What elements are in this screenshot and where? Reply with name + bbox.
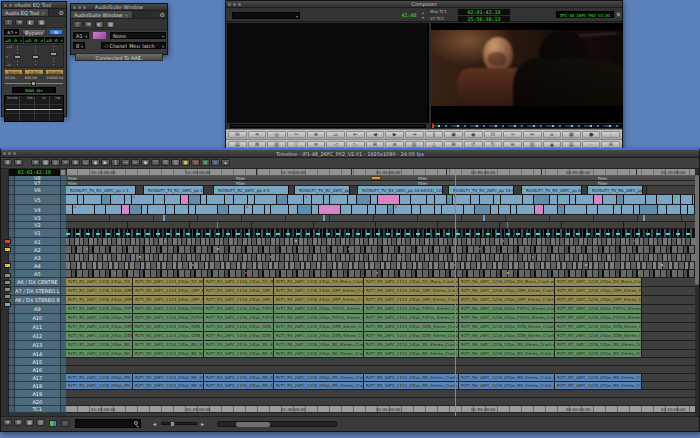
speaker-yellow-icon[interactable] bbox=[4, 263, 11, 268]
royalty-clip[interactable]: ROYALTY_TV_R1_26FC_pp 1-1 bbox=[66, 186, 136, 194]
timeline-grid-button[interactable]: ⊞ bbox=[14, 159, 23, 166]
menu-button[interactable]: ≡ bbox=[248, 131, 267, 138]
fast-menu-button[interactable]: ≡ bbox=[84, 21, 93, 28]
video-clip[interactable] bbox=[394, 205, 412, 214]
home-button[interactable]: ⌂ bbox=[543, 131, 562, 138]
menu-button[interactable]: ≡ bbox=[307, 141, 326, 148]
video-clip[interactable] bbox=[196, 205, 218, 214]
stem-clip[interactable]: RLTY_R2_26FC_1214_24fps_DZN_Stereo_Crash… bbox=[133, 323, 204, 331]
stem-clip[interactable]: RLTY_R4_26FC_1218_24fps_DX_Mono_Crash.wa… bbox=[274, 278, 364, 286]
mute-button-icon[interactable] bbox=[4, 280, 11, 285]
stem-clip[interactable]: RLTY_R2_26FC_1214_24fps_FXFOL_Stereo_Cra… bbox=[133, 305, 204, 313]
tracks-button[interactable]: ▥ bbox=[405, 141, 424, 148]
video-clip[interactable] bbox=[435, 195, 447, 204]
track-header-A1[interactable]: A1 bbox=[9, 238, 66, 246]
video-clip[interactable] bbox=[371, 195, 378, 204]
video-clip[interactable] bbox=[277, 195, 288, 204]
video-clip[interactable] bbox=[603, 195, 617, 204]
stem-clip[interactable]: RLTY_R5_26FC_1214_24fps_MX_Stereo_Crash.… bbox=[364, 382, 459, 389]
video-clip[interactable] bbox=[234, 195, 248, 204]
stem-clip[interactable]: RLTY_R4_26FC_1218_24fps_GRP_Stereo_Crash… bbox=[274, 287, 364, 295]
track-header-A18[interactable]: A18 bbox=[9, 382, 66, 390]
timeline-track-V3[interactable] bbox=[66, 215, 695, 222]
stem-clip[interactable]: RLTY_R6_26FC_1216_24fps_GRP_Stereo_Crash… bbox=[459, 287, 555, 295]
track-header-A15[interactable]: A15 bbox=[9, 358, 66, 366]
video-clip[interactable] bbox=[248, 195, 255, 204]
royalty-clip[interactable]: ROYALTY_TV_R2_26FC_pp 10-18 bbox=[295, 186, 350, 194]
video-clip[interactable] bbox=[378, 195, 400, 204]
video-clip[interactable] bbox=[427, 195, 435, 204]
video-clip[interactable] bbox=[312, 195, 324, 204]
video-clip[interactable] bbox=[189, 195, 201, 204]
stem-clip[interactable]: RLTY_R2_26FC_1214_24fps_BG_Stereo_Crash.… bbox=[133, 350, 204, 357]
gear-icon[interactable]: ⚙ bbox=[59, 9, 64, 17]
pause-button[interactable]: ‖ bbox=[425, 131, 444, 138]
eq-tab[interactable]: Audio EQ Tool× bbox=[2, 9, 49, 16]
video-clip[interactable] bbox=[594, 195, 603, 204]
track-header-A20[interactable]: A20 bbox=[9, 398, 66, 406]
go-to-end-button[interactable]: ⇥ bbox=[405, 131, 424, 138]
audiosuite-tab[interactable]: AudioSuite Window× bbox=[71, 11, 133, 18]
stem-clip[interactable]: RLTY_R7_26FC_1218_24fps_GRP_Stereo_Crash… bbox=[555, 287, 642, 295]
stem-clip[interactable]: RLTY_R6_26FC_1216_24fps_BG_Stereo_Crash.… bbox=[459, 350, 555, 357]
stem-clip[interactable]: RLTY_R5_26FC_1214_24fps_DZN_Stereo_Crash… bbox=[364, 332, 459, 340]
video-clip[interactable] bbox=[175, 205, 189, 214]
video-clip[interactable] bbox=[368, 205, 376, 214]
timeline-track-A6-DX-CENTRE[interactable]: RLTY_R1_26FC_1218_24fps_DX_Mono_Crash.wa… bbox=[66, 278, 695, 287]
timeline-track-A14[interactable]: RLTY_R1_26FC_1218_24fps_BG_Stereo_Crash.… bbox=[66, 350, 695, 358]
effect-active-button[interactable]: ♪ bbox=[4, 19, 13, 26]
quad-split-button[interactable]: ▤ bbox=[228, 141, 247, 148]
window-control-icons[interactable] bbox=[4, 4, 17, 7]
stem-clip[interactable]: RLTY_R5_26FC_1214_24fps_GRP_Stereo_Crash… bbox=[364, 296, 459, 304]
timeline-track-V5[interactable] bbox=[66, 195, 695, 205]
pattern-button[interactable]: ▧ bbox=[523, 141, 542, 148]
video-clip[interactable] bbox=[125, 195, 132, 204]
cut-button[interactable]: ✂ bbox=[61, 159, 70, 166]
video-clip[interactable] bbox=[550, 195, 558, 204]
video-clip[interactable] bbox=[225, 195, 234, 204]
timeline-horizontal-scrollbar[interactable] bbox=[217, 421, 337, 427]
stem-clip[interactable]: RLTY_R7_26FC_1218_24fps_MX_Stereo_Crash.… bbox=[555, 382, 642, 389]
record-red-icon[interactable] bbox=[4, 239, 11, 244]
stem-clip[interactable]: RLTY_R6_26FC_1216_24fps_MX_Stereo_Crash.… bbox=[459, 382, 555, 389]
mark-clip-button[interactable]: ▣ bbox=[444, 131, 463, 138]
track-header-A19[interactable]: A19 bbox=[9, 390, 66, 398]
video-clip[interactable] bbox=[181, 195, 189, 204]
timeline-track-A18[interactable]: RLTY_R1_26FC_1218_24fps_MX_Stereo_Crash.… bbox=[66, 382, 695, 390]
video-clip[interactable] bbox=[330, 195, 348, 204]
stem-clip[interactable]: RLTY_R5_26FC_1214_24fps_FXFOL_Stereo_Cra… bbox=[364, 314, 459, 322]
stem-clip[interactable]: RLTY_R7_26FC_1218_24fps_BG_Stereo_Crash.… bbox=[555, 341, 642, 349]
stem-clip[interactable]: RLTY_R5_26FC_1214_24fps_DZN_Stereo_Crash… bbox=[364, 323, 459, 331]
video-clip[interactable] bbox=[400, 195, 411, 204]
timeline-track-V6[interactable]: ROYALTY_TV_R1_26FC_pp 1-1ROYALTY_TV_R1_2… bbox=[66, 186, 695, 195]
step-right-button[interactable]: ▷ bbox=[346, 141, 365, 148]
video-clip[interactable] bbox=[312, 205, 319, 214]
source-clip-menu[interactable]: ▾ bbox=[232, 12, 300, 19]
plugin-swatch-icon[interactable] bbox=[92, 31, 107, 40]
marker-yellow-button[interactable]: ● bbox=[181, 159, 190, 166]
video-clip[interactable] bbox=[421, 205, 435, 214]
zoom-in-icon[interactable]: ▸ bbox=[201, 420, 204, 428]
audiosuite-titlebar[interactable]: AudioSuite Window bbox=[71, 4, 167, 11]
band3-freq-button[interactable]: 10 kHz bbox=[45, 69, 64, 75]
bypass-button[interactable]: Bypass bbox=[22, 29, 46, 35]
stem-clip[interactable]: RLTY_R6_26FC_1216_24fps_MX_Stereo_Crash.… bbox=[459, 374, 555, 381]
window-control-icons[interactable] bbox=[73, 6, 86, 9]
caret-button[interactable]: ▴ bbox=[221, 159, 230, 166]
video-clip[interactable] bbox=[658, 205, 667, 214]
stem-clip[interactable]: RLTY_R3_26FC_1216_24fps_BG_Stereo_Crash.… bbox=[204, 341, 274, 349]
timeline-track-A10[interactable]: RLTY_R1_26FC_1218_24fps_FXFOL_Stereo_Cra… bbox=[66, 314, 695, 323]
subtract-button[interactable]: ⊖ bbox=[503, 141, 522, 148]
stem-clip[interactable]: RLTY_R7_26FC_1218_24fps_FXFOL_Stereo_Cra… bbox=[555, 314, 642, 322]
stem-clip[interactable]: RLTY_R6_26FC_1216_24fps_BG_Stereo_Crash.… bbox=[459, 341, 555, 349]
tracks-view-button[interactable]: ▥ bbox=[36, 419, 45, 426]
track-header-A14[interactable]: A14 bbox=[9, 350, 66, 358]
video-quality-icon[interactable] bbox=[49, 420, 57, 427]
caret-button[interactable]: ▲ bbox=[543, 141, 562, 148]
grid-button[interactable]: ▦ bbox=[41, 159, 50, 166]
stem-clip[interactable]: RLTY_R7_26FC_1218_24fps_BG_Stereo_Crash.… bbox=[555, 350, 642, 357]
hscrollbar-thumb[interactable] bbox=[236, 422, 270, 427]
stem-clip[interactable]: RLTY_R6_26FC_1216_24fps_DX_Mono_Crash.wa… bbox=[459, 278, 555, 286]
video-clip[interactable] bbox=[148, 205, 166, 214]
video-clip[interactable] bbox=[189, 205, 196, 214]
